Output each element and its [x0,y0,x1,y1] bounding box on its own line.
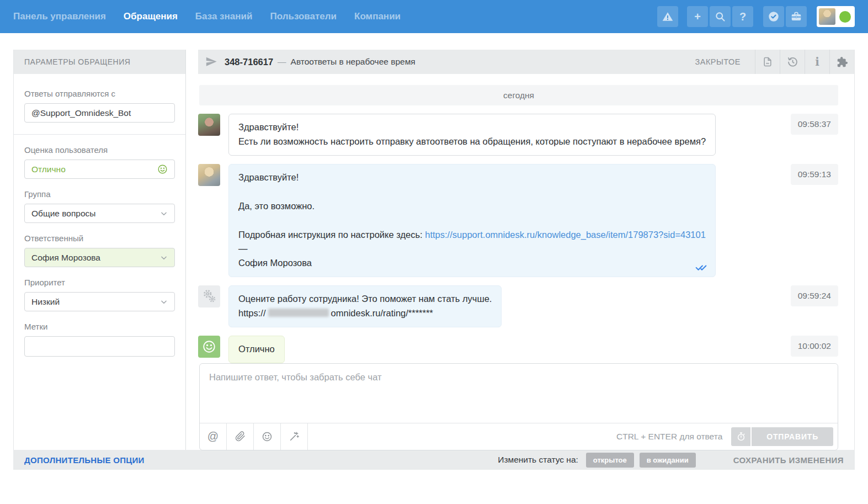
at-icon: @ [207,430,219,443]
attachments-button[interactable] [755,50,780,74]
send-button[interactable]: ОТПРАВИТЬ [752,427,833,446]
reply-from-label: Ответы отправляются с [24,89,175,98]
verified-button[interactable] [763,6,784,27]
ticket-status-badge: ЗАКРЫТОЕ [680,57,755,66]
nav-item-cases[interactable]: Обращения [124,11,178,22]
search-button[interactable] [710,6,731,27]
search-icon [715,11,726,22]
mention-button[interactable]: @ [200,423,227,450]
reply-input[interactable] [200,364,838,423]
help-button[interactable]: ? [732,6,753,27]
online-status-dot [839,11,851,23]
nav-item-companies[interactable]: Компании [354,11,401,22]
attach-file-button[interactable] [227,423,254,450]
message-line: Оцените работу сотрудника! Это поможет н… [238,292,492,306]
workspace-button[interactable] [786,6,807,27]
rating-field[interactable]: Отлично [24,160,175,179]
message-timestamp: 10:00:02 [791,336,838,357]
schedule-reply-button[interactable] [731,427,750,446]
message-timestamp: 09:59:13 [791,164,838,185]
signature-dash: — [238,242,706,256]
message-row-agent: Здравствуйте! Да, это возможно. Подробна… [198,164,838,277]
telegram-channel-icon [205,56,217,68]
nav-item-dashboard[interactable]: Панель управления [13,11,106,22]
message-row-rating: Отлично 10:00:02 [198,336,838,363]
message-line: Здравствуйте! [238,120,706,135]
reply-from-field[interactable]: @Support_Omnidesk_Bot [24,103,175,123]
rating-text: Отлично [238,342,275,357]
tags-input[interactable] [24,336,175,357]
message-line: Подробная инструкция по настройке здесь:… [238,228,706,242]
nav-items: Панель управления Обращения База знаний … [13,11,401,22]
group-label: Группа [24,189,175,199]
rating-label: Оценка пользователя [24,145,175,155]
double-check-icon [695,263,709,272]
message-row-customer: Здравствуйте! Есть ли возможность настро… [198,114,838,156]
ticket-id: 348-716617 [225,57,273,67]
canned-response-button[interactable] [281,423,308,450]
plus-icon: + [694,10,701,23]
smiley-icon [157,164,168,174]
message-timestamp: 09:59:24 [791,285,838,306]
sidebar-title: ПАРАМЕТРЫ ОБРАЩЕНИЯ [14,50,185,74]
info-button[interactable]: i [805,50,829,74]
instruction-text: Подробная инструкция по настройке здесь: [238,230,423,240]
footer-bar: ДОПОЛНИТЕЛЬНЫЕ ОПЦИИ Изменить статус на:… [13,450,855,470]
assignee-label: Ответственный [24,234,175,243]
chat-panel: 348-716617 — Автоответы в нерабочее врем… [198,50,855,450]
group-select[interactable]: Общие вопросы [24,204,175,223]
agent-avatar [198,164,220,186]
priority-label: Приоритет [24,278,175,287]
history-button[interactable] [780,50,805,74]
assignee-value: София Морозова [31,253,100,263]
tags-label: Метки [24,322,175,331]
group-value: Общие вопросы [31,209,95,219]
message-bubble: Здравствуйте! Да, это возможно. Подробна… [228,164,716,277]
briefcase-icon [790,10,802,23]
chevron-down-icon [160,254,168,262]
paperclip-icon [235,431,246,442]
priority-value: Низкий [31,297,60,307]
rating-smiley-avatar [198,336,220,358]
nav-item-knowledge-base[interactable]: База знаний [195,11,253,22]
case-parameters-panel: ПАРАМЕТРЫ ОБРАЩЕНИЯ Ответы отправляются … [13,50,186,450]
file-image-icon [762,56,773,67]
warning-icon [662,10,674,23]
date-divider: сегодня [199,85,838,105]
ticket-dash: — [278,57,286,67]
save-changes-button[interactable]: СОХРАНИТЬ ИЗМЕНЕНИЯ [733,455,844,465]
message-line: Здравствуйте! [238,171,706,185]
priority-select[interactable]: Низкий [24,292,175,311]
message-line: Да, это возможно. [238,199,706,214]
message-bubble: Здравствуйте! Есть ли возможность настро… [228,114,716,156]
status-pending-button[interactable]: в ожидании [640,453,696,468]
top-nav: Панель управления Обращения База знаний … [0,0,868,33]
rating-bubble: Отлично [228,336,285,363]
reply-composer: @ [199,363,838,450]
stopwatch-icon [736,432,746,442]
nav-item-users[interactable]: Пользователи [270,11,337,22]
rating-value: Отлично [31,165,66,174]
profile-menu[interactable] [817,6,855,27]
chevron-down-icon [160,298,168,306]
composer-toolbar: @ [200,423,838,450]
customer-avatar [198,114,220,136]
ctrl-enter-hint: CTRL + ENTER для ответа [616,432,722,442]
knowledge-base-link[interactable]: https://support.omnidesk.ru/knowledge_ba… [425,230,706,240]
chat-header: 348-716617 — Автоответы в нерабочее врем… [198,50,854,74]
message-line: Есть ли возможность настроить отправку а… [238,135,706,149]
message-list[interactable]: сегодня Здравствуйте! Есть ли возможност… [198,74,854,363]
emoji-button[interactable] [254,423,281,450]
profile-avatar [819,8,835,25]
additional-options-link[interactable]: ДОПОЛНИТЕЛЬНЫЕ ОПЦИИ [24,455,145,465]
new-case-button[interactable]: + [687,6,708,27]
rating-url-line: https://omnidesk.ru/rating/******* [238,306,492,321]
assignee-select[interactable]: София Морозова [24,248,175,267]
chevron-down-icon [160,210,168,217]
puzzle-icon [837,56,848,68]
integrations-button[interactable] [829,50,854,74]
message-bubble: Оцените работу сотрудника! Это поможет н… [228,285,502,327]
status-open-button[interactable]: открытое [586,453,634,468]
message-row-bot: Оцените работу сотрудника! Это поможет н… [198,285,838,327]
alerts-button[interactable] [657,6,678,27]
